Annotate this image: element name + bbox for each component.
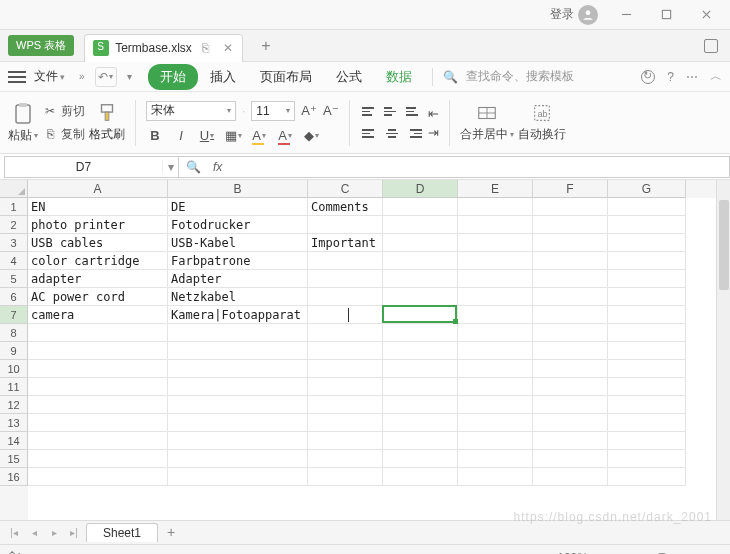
cell[interactable]	[608, 378, 686, 396]
cell[interactable]	[458, 360, 533, 378]
minimize-button[interactable]	[606, 1, 646, 29]
cell[interactable]	[168, 378, 308, 396]
row-header[interactable]: 2	[0, 216, 28, 234]
cell[interactable]	[308, 216, 383, 234]
cell[interactable]	[308, 324, 383, 342]
font-color-button[interactable]: A▾	[276, 127, 294, 145]
cut-button[interactable]: ✂剪切	[42, 103, 85, 120]
cell[interactable]	[308, 468, 383, 486]
new-tab-button[interactable]: +	[251, 32, 281, 60]
cell[interactable]	[458, 342, 533, 360]
zoom-in-button[interactable]: +	[715, 551, 722, 555]
cell[interactable]	[383, 288, 458, 306]
cell[interactable]	[608, 234, 686, 252]
cell[interactable]	[533, 324, 608, 342]
increase-font-icon[interactable]: A⁺	[301, 103, 317, 118]
cell[interactable]	[308, 342, 383, 360]
redo-dropdown-icon[interactable]: ▾	[121, 71, 138, 82]
cell[interactable]: Adapter	[168, 270, 308, 288]
cell[interactable]	[383, 396, 458, 414]
cell[interactable]	[383, 324, 458, 342]
cell[interactable]	[383, 432, 458, 450]
cell[interactable]: AC power cord	[28, 288, 168, 306]
select-all-corner[interactable]	[0, 180, 28, 198]
row-header[interactable]: 10	[0, 360, 28, 378]
fill-bucket-button[interactable]: ◆▾	[302, 127, 320, 145]
copy-button[interactable]: ⎘复制	[42, 126, 85, 143]
cell[interactable]	[28, 324, 168, 342]
cell[interactable]	[458, 270, 533, 288]
cell[interactable]: Farbpatrone	[168, 252, 308, 270]
tab-insert[interactable]: 插入	[198, 64, 248, 90]
cell[interactable]	[533, 198, 608, 216]
more-icon[interactable]: ⋯	[686, 70, 698, 84]
cell[interactable]: adapter	[28, 270, 168, 288]
hamburger-menu-icon[interactable]	[8, 68, 26, 86]
status-area-icon[interactable]: �br	[8, 549, 26, 555]
cell[interactable]	[608, 252, 686, 270]
cell[interactable]	[168, 468, 308, 486]
sheet-tab[interactable]: Sheet1	[86, 523, 158, 542]
cell[interactable]	[308, 396, 383, 414]
row-header[interactable]: 6	[0, 288, 28, 306]
tab-formula[interactable]: 公式	[324, 64, 374, 90]
font-size-select[interactable]: 11▾	[251, 101, 295, 121]
row-header[interactable]: 11	[0, 378, 28, 396]
sheet-nav-prev-icon[interactable]: ◂	[26, 527, 42, 538]
cell[interactable]	[308, 252, 383, 270]
italic-button[interactable]: I	[172, 127, 190, 145]
border-button[interactable]: ▦▾	[224, 127, 242, 145]
cell[interactable]	[383, 198, 458, 216]
undo-button[interactable]: ↶▾	[95, 67, 117, 87]
maximize-button[interactable]	[646, 1, 686, 29]
cell[interactable]	[168, 360, 308, 378]
cell[interactable]	[168, 396, 308, 414]
tab-data[interactable]: 数据	[374, 64, 424, 90]
row-header[interactable]: 14	[0, 432, 28, 450]
cell[interactable]	[168, 414, 308, 432]
format-painter-button[interactable]: 格式刷	[89, 102, 125, 143]
cell[interactable]	[458, 414, 533, 432]
cell[interactable]: USB cables	[28, 234, 168, 252]
sheet-nav-last-icon[interactable]: ▸|	[66, 527, 82, 538]
cell[interactable]	[28, 360, 168, 378]
column-header[interactable]: B	[168, 180, 308, 198]
cell[interactable]	[458, 198, 533, 216]
cell[interactable]	[608, 216, 686, 234]
font-name-select[interactable]: 宋体▾	[146, 101, 236, 121]
cell[interactable]	[608, 450, 686, 468]
cell[interactable]: Netzkabel	[168, 288, 308, 306]
cell[interactable]	[533, 468, 608, 486]
cell[interactable]	[308, 306, 383, 324]
cell[interactable]	[608, 306, 686, 324]
decrease-font-icon[interactable]: A⁻	[323, 103, 339, 118]
cell[interactable]	[308, 414, 383, 432]
cell[interactable]	[533, 342, 608, 360]
cell[interactable]	[28, 396, 168, 414]
cell[interactable]: Kamera|Fotoapparat	[168, 306, 308, 324]
document-tab[interactable]: Termbase.xlsx ⎘ ✕	[84, 34, 243, 62]
decrease-indent-icon[interactable]: ⇤	[428, 106, 439, 121]
align-center-icon[interactable]	[382, 124, 402, 144]
sync-icon[interactable]	[641, 70, 655, 84]
cell[interactable]	[533, 432, 608, 450]
cell[interactable]	[308, 450, 383, 468]
row-header[interactable]: 13	[0, 414, 28, 432]
cell[interactable]	[383, 414, 458, 432]
cell[interactable]	[458, 324, 533, 342]
cell[interactable]: Fotodrucker	[168, 216, 308, 234]
cell[interactable]	[533, 270, 608, 288]
column-header[interactable]: G	[608, 180, 686, 198]
cell[interactable]	[458, 252, 533, 270]
view-pagebreak-icon[interactable]: ▤	[473, 549, 491, 555]
search-placeholder[interactable]: 查找命令、搜索模板	[466, 68, 574, 85]
spreadsheet-grid[interactable]: ABCDEFG 12345678910111213141516 ENDEComm…	[0, 180, 730, 520]
cell[interactable]	[533, 252, 608, 270]
cell[interactable]	[608, 396, 686, 414]
cell[interactable]	[533, 396, 608, 414]
cell[interactable]	[608, 432, 686, 450]
cell[interactable]	[533, 414, 608, 432]
cell[interactable]	[28, 450, 168, 468]
align-left-icon[interactable]	[360, 124, 380, 144]
align-right-icon[interactable]	[404, 124, 424, 144]
